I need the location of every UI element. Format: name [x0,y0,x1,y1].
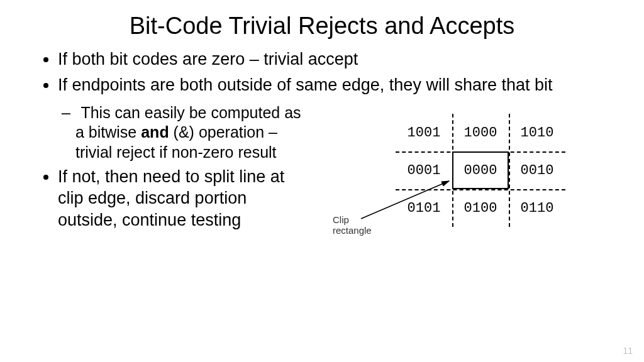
cell-1-2: 0010 [509,151,565,189]
sub-bullet-1-bold: and [141,123,169,141]
bullet-3: If not, then need to split line at clip … [58,166,308,231]
cell-0-0: 1001 [396,114,452,151]
clip-rectangle [452,151,509,189]
cell-2-2: 0110 [509,189,565,227]
right-column: 1001 1000 1010 0001 0000 0010 0101 0100 … [320,99,609,274]
bullet-1: If both bit codes are zero – trivial acc… [58,48,609,70]
clip-label-line2: rectangle [333,225,372,236]
slide-body: If both bit codes are zero – trivial acc… [0,48,644,274]
bullet-list: If both bit codes are zero – trivial acc… [38,48,609,96]
cell-0-2: 1010 [509,114,565,151]
clip-label-line1: Clip [333,214,349,225]
outcode-diagram: 1001 1000 1010 0001 0000 0010 0101 0100 … [320,111,591,274]
two-column-row: This can easily be computed as a bitwise… [38,99,609,274]
bullet-2: If endpoints are both outside of same ed… [58,74,609,96]
cell-0-1: 1000 [452,114,509,151]
sub-bullet-list: This can easily be computed as a bitwise… [58,103,308,162]
cell-2-1: 0100 [452,189,509,227]
bullet-list-left: This can easily be computed as a bitwise… [38,103,308,231]
slide: Bit-Code Trivial Rejects and Accepts If … [0,0,644,362]
slide-title: Bit-Code Trivial Rejects and Accepts [0,0,644,46]
sub-bullet-1: This can easily be computed as a bitwise… [75,103,308,162]
page-number: 11 [623,346,633,356]
svg-line-0 [361,181,449,219]
left-column: This can easily be computed as a bitwise… [38,99,308,234]
clip-label: Clip rectangle [333,214,372,236]
